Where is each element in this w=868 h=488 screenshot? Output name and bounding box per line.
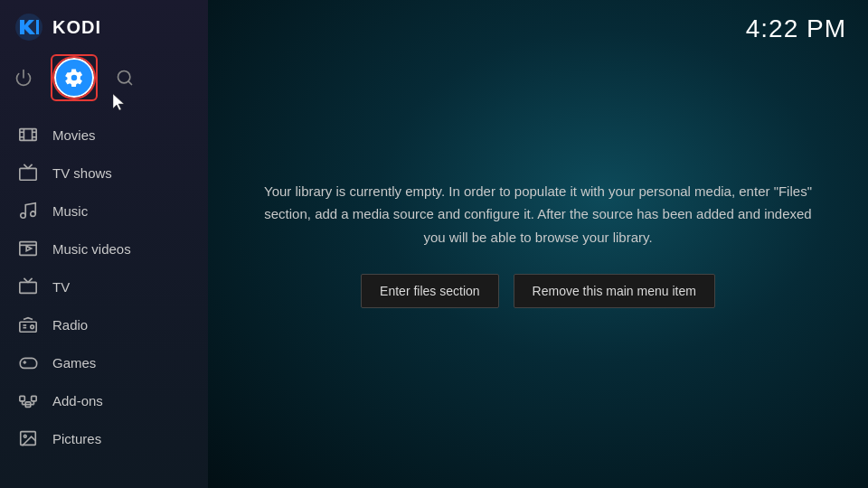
- app-title: KODI: [52, 17, 101, 38]
- svg-line-5: [128, 81, 132, 85]
- kodi-logo-icon: [14, 13, 43, 42]
- sidebar-item-radio[interactable]: Radio: [0, 305, 208, 343]
- radio-icon: [18, 314, 38, 334]
- sidebar-item-add-ons[interactable]: Add-ons: [0, 381, 208, 419]
- svg-point-21: [31, 325, 34, 329]
- power-icon[interactable]: [14, 69, 33, 87]
- gear-icon: [64, 68, 84, 88]
- music-label: Music: [52, 203, 88, 219]
- sidebar-item-music-videos[interactable]: Music videos: [0, 230, 208, 267]
- svg-rect-26: [20, 396, 25, 401]
- svg-rect-27: [32, 396, 36, 401]
- movies-icon: [18, 125, 38, 145]
- time-display: 4:22 PM: [746, 14, 846, 43]
- settings-button[interactable]: [54, 58, 94, 98]
- tv-label: TV: [52, 279, 70, 295]
- enter-files-button[interactable]: Enter files section: [361, 274, 499, 308]
- music-icon: [18, 201, 38, 221]
- radio-label: Radio: [52, 317, 88, 333]
- library-empty-message: Your library is currently empty. In orde…: [262, 180, 814, 249]
- svg-point-14: [21, 213, 26, 219]
- sidebar: KODI: [0, 0, 208, 488]
- sidebar-item-movies[interactable]: Movies: [0, 116, 208, 154]
- movies-label: Movies: [52, 127, 96, 143]
- svg-rect-6: [20, 129, 36, 141]
- main-content: 4:22 PM Your library is currently empty.…: [208, 0, 868, 488]
- sidebar-nav: Movies TV shows Music: [0, 108, 208, 488]
- svg-marker-17: [26, 246, 32, 251]
- search-icon[interactable]: [116, 69, 134, 87]
- music-videos-icon: [18, 239, 38, 258]
- sidebar-item-tv[interactable]: TV: [0, 267, 208, 305]
- pictures-label: Pictures: [52, 431, 101, 446]
- addons-label: Add-ons: [52, 393, 103, 408]
- svg-rect-2: [36, 20, 39, 34]
- svg-rect-13: [20, 168, 36, 180]
- remove-menu-item-button[interactable]: Remove this main menu item: [514, 274, 715, 308]
- sidebar-item-tv-shows[interactable]: TV shows: [0, 154, 208, 192]
- addons-icon: [18, 390, 38, 410]
- content-area: Your library is currently empty. In orde…: [208, 0, 868, 488]
- sidebar-item-games[interactable]: Games: [0, 343, 208, 381]
- sidebar-icons-row: [0, 54, 208, 108]
- pictures-icon: [18, 428, 38, 448]
- svg-point-34: [24, 435, 26, 437]
- sidebar-item-pictures[interactable]: Pictures: [0, 419, 208, 457]
- svg-point-15: [31, 211, 36, 217]
- tv-shows-icon: [18, 163, 38, 183]
- music-videos-label: Music videos: [52, 241, 131, 257]
- games-icon: [18, 352, 38, 372]
- games-label: Games: [52, 355, 96, 371]
- tv-icon: [18, 277, 38, 296]
- svg-rect-19: [20, 282, 36, 293]
- sidebar-header: KODI: [0, 0, 208, 54]
- svg-rect-16: [20, 242, 36, 256]
- sidebar-item-music[interactable]: Music: [0, 192, 208, 230]
- action-buttons: Enter files section Remove this main men…: [361, 274, 715, 308]
- tv-shows-label: TV shows: [52, 165, 112, 181]
